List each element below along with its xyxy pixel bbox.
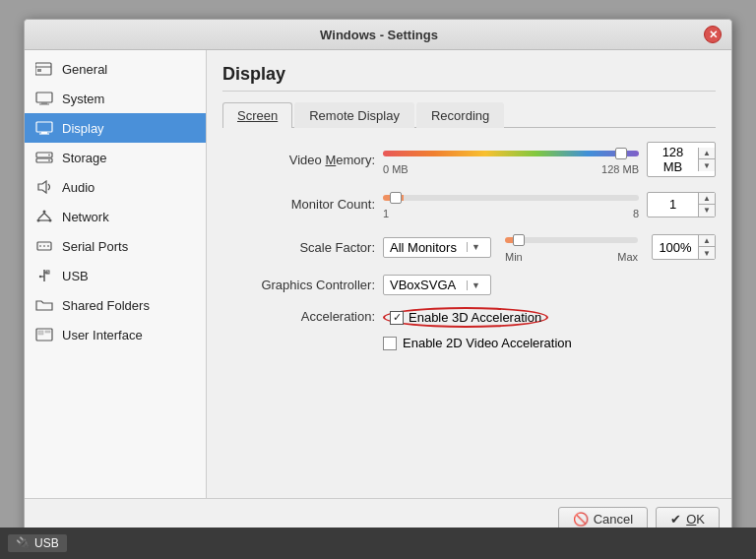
audio-icon bbox=[34, 179, 54, 195]
svg-line-18 bbox=[44, 214, 50, 219]
svg-point-14 bbox=[43, 211, 46, 214]
taskbar-usb-label: USB bbox=[34, 536, 59, 550]
video-memory-range: 0 MB 128 MB bbox=[383, 163, 639, 175]
cancel-icon: 🚫 bbox=[573, 512, 589, 527]
scale-factor-range: Min Max bbox=[505, 251, 638, 263]
ok-label: OK bbox=[686, 512, 705, 527]
sidebar-item-system[interactable]: System bbox=[25, 84, 206, 113]
video-memory-value: 128 MB bbox=[648, 143, 698, 176]
dialog-title: Windows - Settings bbox=[54, 28, 704, 42]
3d-acceleration-row: ✓ Enable 3D Acceleration bbox=[383, 307, 572, 328]
monitor-count-down[interactable]: ▼ bbox=[699, 205, 715, 217]
tab-remote-display[interactable]: Remote Display bbox=[294, 102, 414, 128]
sidebar-item-serial-ports[interactable]: Serial Ports bbox=[25, 231, 206, 261]
svg-rect-31 bbox=[45, 331, 50, 333]
scale-factor-min: Min bbox=[505, 251, 523, 263]
sidebar-label-user-interface: User Interface bbox=[62, 328, 143, 342]
sidebar-item-general[interactable]: General bbox=[25, 54, 206, 84]
3d-acceleration-highlight: ✓ Enable 3D Acceleration bbox=[383, 307, 548, 328]
sidebar-item-display[interactable]: Display bbox=[25, 113, 206, 143]
svg-rect-30 bbox=[38, 331, 43, 335]
tab-recording[interactable]: Recording bbox=[416, 102, 504, 128]
3d-checkmark: ✓ bbox=[393, 312, 402, 323]
sidebar-item-audio[interactable]: Audio bbox=[25, 172, 206, 202]
scale-factor-handle[interactable] bbox=[513, 234, 525, 246]
sidebar-item-storage[interactable]: Storage bbox=[25, 143, 206, 172]
scale-factor-down[interactable]: ▼ bbox=[699, 247, 715, 259]
network-icon bbox=[34, 209, 54, 224]
cancel-label: Cancel bbox=[594, 512, 633, 527]
sidebar-item-user-interface[interactable]: User Interface bbox=[25, 320, 206, 349]
titlebar: Windows - Settings ✕ bbox=[25, 20, 731, 50]
video-memory-up[interactable]: ▲ bbox=[699, 148, 715, 159]
user-interface-icon bbox=[34, 327, 54, 342]
tab-screen[interactable]: SScreencreen bbox=[222, 102, 292, 128]
svg-marker-13 bbox=[38, 181, 46, 193]
video-memory-slider-track[interactable] bbox=[383, 145, 639, 162]
main-content: Display SScreencreen Remote Display Reco… bbox=[207, 50, 731, 498]
scale-slider-track[interactable] bbox=[505, 231, 638, 249]
svg-point-22 bbox=[43, 245, 45, 247]
graphics-controller-arrow: ▼ bbox=[467, 280, 484, 290]
scale-factor-up[interactable]: ▲ bbox=[699, 235, 715, 247]
svg-point-28 bbox=[39, 276, 41, 278]
taskbar: 🔌 USB bbox=[0, 528, 756, 559]
graphics-controller-dropdown[interactable]: VBoxSVGA ▼ bbox=[383, 275, 491, 295]
acceleration-options: ✓ Enable 3D Acceleration Enable 2D Video… bbox=[383, 307, 572, 350]
sidebar-label-usb: USB bbox=[62, 269, 89, 283]
svg-point-12 bbox=[48, 159, 50, 161]
ok-icon: ✔ bbox=[670, 512, 681, 527]
monitor-count-min: 1 bbox=[383, 208, 389, 219]
3d-acceleration-checkbox[interactable]: ✓ bbox=[390, 311, 404, 325]
monitor-count-handle[interactable] bbox=[390, 192, 402, 204]
taskbar-item-usb[interactable]: 🔌 USB bbox=[8, 534, 67, 552]
sidebar-label-shared-folders: Shared Folders bbox=[62, 298, 150, 313]
storage-icon bbox=[34, 150, 54, 165]
tab-recording-label: Recording bbox=[431, 108, 489, 123]
usb-icon bbox=[34, 268, 54, 283]
tab-bar: SScreencreen Remote Display Recording bbox=[222, 101, 716, 128]
scale-factor-spinbox[interactable]: 100% ▲ ▼ bbox=[652, 234, 716, 260]
monitor-count-slider-track[interactable] bbox=[383, 189, 639, 207]
video-memory-row: Video Memory: 0 MB 128 MB 128 MB bbox=[222, 142, 716, 177]
sidebar-label-display: Display bbox=[62, 121, 104, 136]
sidebar-label-network: Network bbox=[62, 210, 109, 224]
graphics-controller-label: Graphics Controller: bbox=[222, 278, 375, 292]
video-memory-down[interactable]: ▼ bbox=[699, 159, 715, 171]
sidebar-item-network[interactable]: Network bbox=[25, 202, 206, 231]
svg-point-11 bbox=[48, 155, 50, 156]
dialog-body: General System Display Sto bbox=[25, 50, 731, 498]
acceleration-row: Acceleration: ✓ Enable 3D Acceleration bbox=[222, 307, 716, 350]
monitor-count-spinbox[interactable]: 1 ▲ ▼ bbox=[647, 192, 716, 217]
sidebar-label-system: System bbox=[62, 92, 104, 106]
scale-factor-dropdown[interactable]: All Monitors ▼ bbox=[383, 237, 491, 258]
settings-dialog: Windows - Settings ✕ General System bbox=[24, 19, 732, 540]
graphics-controller-value: VBoxSVGA bbox=[390, 278, 467, 292]
monitor-count-label: Monitor Count: bbox=[222, 197, 375, 212]
monitor-count-row: Monitor Count: 1 8 1 ▲ bbox=[222, 189, 716, 219]
graphics-controller-row: Graphics Controller: VBoxSVGA ▼ bbox=[222, 275, 716, 295]
display-icon bbox=[34, 120, 54, 136]
section-title: Display bbox=[222, 64, 716, 92]
video-memory-spinbox[interactable]: 128 MB ▲ ▼ bbox=[647, 142, 716, 177]
scale-factor-max: Max bbox=[617, 251, 638, 263]
close-button[interactable]: ✕ bbox=[704, 26, 722, 43]
monitor-count-value: 1 bbox=[648, 195, 698, 214]
sidebar-item-shared-folders[interactable]: Shared Folders bbox=[25, 290, 206, 320]
3d-acceleration-label: Enable 3D Acceleration bbox=[409, 310, 541, 325]
svg-rect-6 bbox=[36, 122, 52, 132]
scale-factor-dropdown-arrow: ▼ bbox=[467, 242, 484, 252]
2d-acceleration-checkbox[interactable] bbox=[383, 337, 397, 350]
monitor-count-arrows: ▲ ▼ bbox=[698, 193, 715, 217]
sidebar-item-usb[interactable]: USB bbox=[25, 261, 206, 290]
svg-point-23 bbox=[47, 245, 49, 247]
scale-factor-dropdown-value: All Monitors bbox=[390, 240, 467, 255]
sidebar-label-storage: Storage bbox=[62, 151, 107, 165]
svg-rect-2 bbox=[37, 69, 41, 72]
taskbar-usb-icon: 🔌 bbox=[16, 536, 31, 550]
video-memory-arrows: ▲ ▼ bbox=[698, 148, 715, 171]
video-memory-slider-area: 0 MB 128 MB bbox=[383, 145, 639, 175]
monitor-count-up[interactable]: ▲ bbox=[699, 193, 715, 205]
2d-acceleration-row: Enable 2D Video Acceleration bbox=[383, 336, 572, 350]
video-memory-handle[interactable] bbox=[615, 148, 627, 159]
